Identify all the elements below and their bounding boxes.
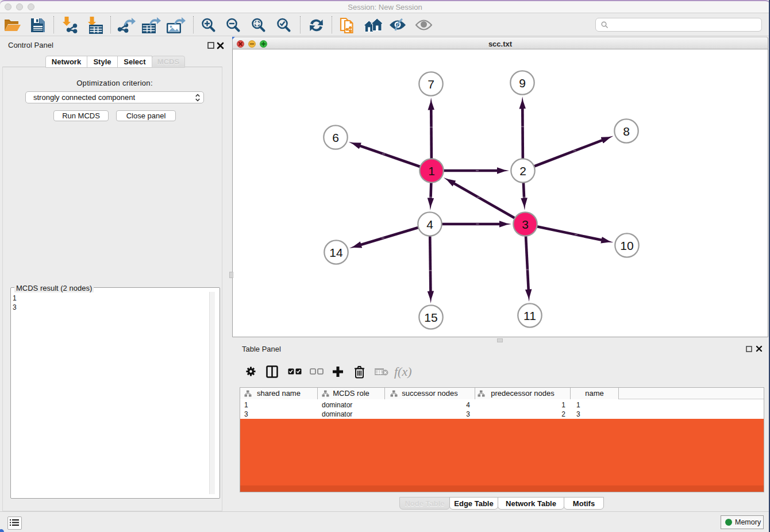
svg-text:3: 3 xyxy=(522,218,529,231)
svg-text:7: 7 xyxy=(428,78,434,91)
svg-text:15: 15 xyxy=(424,311,437,324)
svg-text:1: 1 xyxy=(428,164,435,178)
svg-text:2: 2 xyxy=(519,164,526,178)
svg-text:11: 11 xyxy=(523,309,536,322)
svg-text:10: 10 xyxy=(620,239,633,252)
svg-text:14: 14 xyxy=(329,246,343,259)
svg-text:4: 4 xyxy=(426,218,433,231)
svg-text:6: 6 xyxy=(332,131,339,144)
svg-text:8: 8 xyxy=(623,125,630,138)
svg-text:9: 9 xyxy=(519,76,526,90)
